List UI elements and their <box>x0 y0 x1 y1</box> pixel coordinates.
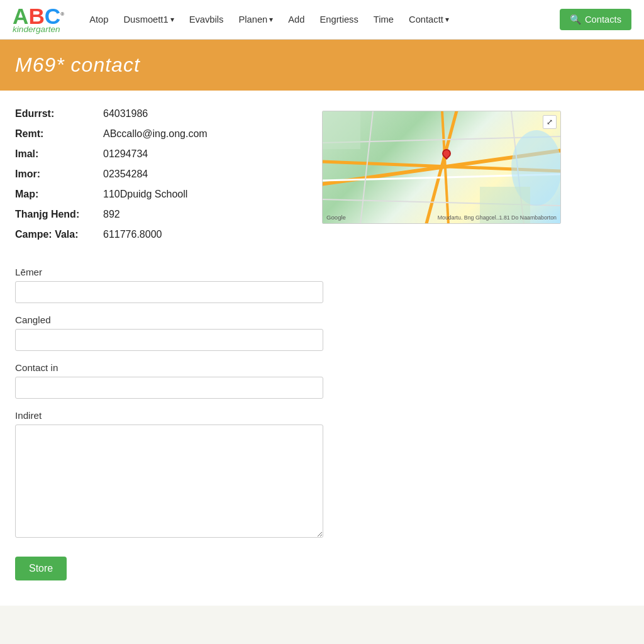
main-content: Edurrst: 64031986 Remt: ABccallo@ing.ong… <box>0 91 644 606</box>
main-nav: Atop Dusmoett1 Evavbils Planen Add Engrt… <box>83 11 560 28</box>
contact-label-thanjg: Thanjg Hend: <box>15 209 103 220</box>
contacts-btn-label: Contacts <box>585 14 621 25</box>
contact-row-edurrst: Edurrst: 64031986 <box>15 108 309 119</box>
contact-form: Lēmer Cangled Contact in Indiret Store <box>15 267 342 580</box>
contact-value-imor: 02354284 <box>103 169 148 180</box>
store-button[interactable]: Store <box>15 557 67 580</box>
contact-value-thanjg: 892 <box>103 209 120 220</box>
contact-label-edurrst: Edurrst: <box>15 108 103 119</box>
form-label-indiret: Indiret <box>15 410 342 421</box>
contact-value-remt: ABccallo@ing.ong.com <box>103 128 208 140</box>
form-label-lemer: Lēmer <box>15 267 342 277</box>
nav-item-add[interactable]: Add <box>282 11 311 28</box>
contact-value-campe: 611776.8000 <box>103 229 162 240</box>
nav-item-contactt[interactable]: Contactt <box>402 11 455 28</box>
map-placeholder: ⤢ Google Moudartu. Bng Ghagcel..1.81 Do … <box>323 111 560 223</box>
contacts-button[interactable]: 🔍 Contacts <box>560 9 631 30</box>
svg-line-3 <box>360 111 373 223</box>
contact-label-imor: Imor: <box>15 169 103 180</box>
nav-item-evavbils[interactable]: Evavbils <box>183 11 230 28</box>
form-input-cangled[interactable] <box>15 329 323 351</box>
form-group-lemer: Lēmer <box>15 267 342 303</box>
contact-row-map: Map: 110Dpuidg Schooll <box>15 189 309 200</box>
hero-title: M69* contact <box>15 53 629 77</box>
form-group-contact-in: Contact in <box>15 362 342 399</box>
contact-label-campe: Campe: Vala: <box>15 229 103 240</box>
map-svg <box>323 111 560 223</box>
contact-row-remt: Remt: ABccallo@ing.ong.com <box>15 128 309 140</box>
form-label-cangled: Cangled <box>15 314 342 325</box>
hero-banner: M69* contact <box>0 40 644 91</box>
contact-value-edurrst: 64031986 <box>103 108 148 119</box>
contact-label-map: Map: <box>15 189 103 200</box>
nav-item-planen[interactable]: Planen <box>232 11 279 28</box>
map-expand-button[interactable]: ⤢ <box>543 115 557 129</box>
contact-row-campe: Campe: Vala: 611776.8000 <box>15 229 309 240</box>
form-input-contact-in[interactable] <box>15 377 323 399</box>
contact-info-grid: Edurrst: 64031986 Remt: ABccallo@ing.ong… <box>15 108 629 249</box>
contact-details: Edurrst: 64031986 Remt: ABccallo@ing.ong… <box>15 108 322 249</box>
contact-row-thanjg: Thanjg Hend: 892 <box>15 209 309 220</box>
map-area: ⤢ Google Moudartu. Bng Ghagcel..1.81 Do … <box>322 108 629 249</box>
nav-item-time[interactable]: Time <box>367 11 400 28</box>
nav-item-engrtiess[interactable]: Engrtiess <box>313 11 364 28</box>
form-group-cangled: Cangled <box>15 314 342 351</box>
nav-item-dusmoett1[interactable]: Dusmoett1 <box>117 11 180 28</box>
contact-row-imal: Imal: 01294734 <box>15 148 309 160</box>
logo-abc: ABC® <box>13 5 64 27</box>
contact-value-imal: 01294734 <box>103 148 148 160</box>
map-container: ⤢ Google Moudartu. Bng Ghagcel..1.81 Do … <box>322 111 561 224</box>
form-label-contact-in: Contact in <box>15 362 342 373</box>
nav-item-atop[interactable]: Atop <box>83 11 114 28</box>
map-pin-body <box>440 147 453 160</box>
map-google-label: Google <box>326 214 346 221</box>
form-textarea-indiret[interactable] <box>15 425 323 538</box>
logo-area: ABC® kindergarten <box>13 5 64 34</box>
map-pin <box>442 149 451 162</box>
logo-reg: ® <box>60 11 64 17</box>
contact-row-imor: Imor: 02354284 <box>15 169 309 180</box>
contact-label-remt: Remt: <box>15 128 103 140</box>
header: ABC® kindergarten Atop Dusmoett1 Evavbil… <box>0 0 644 40</box>
form-input-lemer[interactable] <box>15 281 323 303</box>
contact-label-imal: Imal: <box>15 148 103 160</box>
logo-sub: kindergarten <box>13 25 64 34</box>
svg-rect-8 <box>323 111 360 149</box>
map-attribution: Moudartu. Bng Ghagcel..1.81 Do Naambabor… <box>438 214 557 221</box>
search-icon: 🔍 <box>570 14 581 25</box>
contact-value-map: 110Dpuidg Schooll <box>103 189 187 200</box>
form-group-indiret: Indiret <box>15 410 342 540</box>
